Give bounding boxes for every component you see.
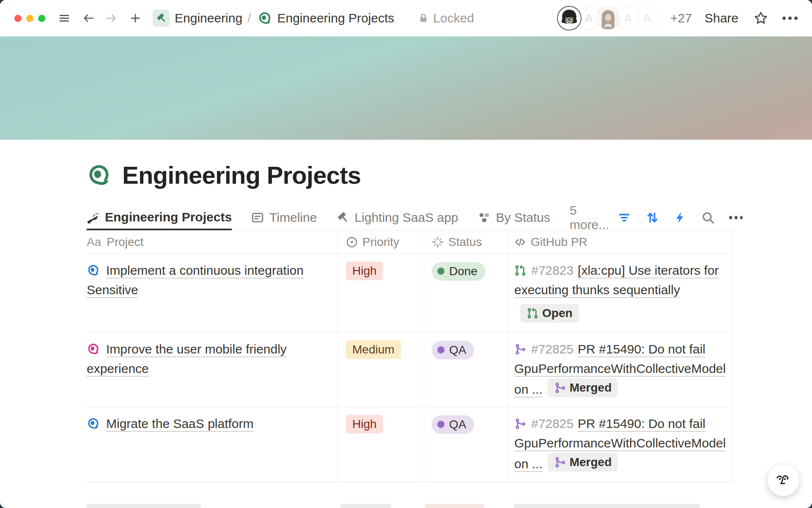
notion-ai-button[interactable] — [767, 464, 799, 496]
project-cell[interactable]: Improve the user mobile friendly experie… — [87, 333, 338, 407]
tab-timeline[interactable]: Timeline — [251, 205, 317, 230]
column-header-github-pr[interactable]: GitHub PR — [508, 230, 733, 254]
more-options-icon[interactable] — [782, 17, 798, 20]
traffic-lights — [14, 15, 45, 22]
tab-lighting-saas-app[interactable]: Lighting SaaS app — [336, 205, 458, 230]
avatar-letter: A — [624, 12, 631, 25]
zoom-window-button[interactable] — [38, 15, 45, 22]
column-label: Status — [448, 235, 482, 249]
forward-button[interactable] — [105, 12, 118, 25]
project-cell[interactable]: Implement a continuous integration Sensi… — [87, 254, 338, 332]
new-page-button[interactable] — [129, 12, 142, 25]
project-link[interactable]: Implement a continuous integration Sensi… — [87, 263, 304, 297]
git-merge-icon — [514, 418, 526, 430]
avatar[interactable] — [557, 6, 582, 30]
share-button[interactable]: Share — [705, 11, 738, 25]
priority-tag: High — [346, 262, 383, 280]
avatar-letter: A — [643, 12, 650, 25]
collaborator-avatars[interactable]: A A A — [557, 6, 659, 30]
automation-lightning-icon[interactable] — [673, 211, 687, 224]
priority-cell[interactable]: High — [338, 407, 424, 482]
text-type-icon: Aa — [87, 235, 101, 249]
pr-number: #72825 — [531, 342, 573, 356]
status-cell[interactable]: Done — [424, 254, 508, 332]
pr-number: #72825 — [531, 417, 573, 431]
status-label: QA — [449, 417, 466, 433]
status-tag: QA — [432, 415, 474, 434]
pr-state-label: Merged — [570, 379, 612, 396]
column-header-priority[interactable]: Priority — [338, 230, 424, 254]
page-cover-image[interactable] — [0, 36, 812, 140]
locked-label: Locked — [433, 11, 474, 25]
project-link[interactable]: Improve the user mobile friendly experie… — [87, 342, 287, 375]
project-cell[interactable]: Migrate the SaaS platform — [87, 407, 338, 482]
close-window-button[interactable] — [14, 15, 22, 22]
column-header-status[interactable]: Status — [424, 230, 508, 254]
board-icon — [478, 211, 491, 224]
status-burst-icon — [432, 236, 444, 248]
tab-by-status[interactable]: By Status — [478, 205, 550, 230]
view-tabs: Engineering Projects Timeline Lighting S… — [87, 205, 733, 230]
pr-state-badge: Open — [520, 304, 579, 323]
status-cell[interactable]: QA — [424, 333, 508, 407]
github-pr-cell[interactable]: #72825PR #15490: Do not fail GpuPerforma… — [508, 407, 733, 482]
breadcrumb: Engineering / Engineering Projects — [153, 10, 394, 27]
table-body: Implement a continuous integration Sensi… — [87, 254, 733, 482]
partial-next-row — [87, 504, 733, 508]
pr-entry: #72825PR #15490: Do not fail GpuPerforma… — [514, 414, 732, 474]
tab-label: Lighting SaaS app — [354, 210, 458, 225]
git-pull-request-icon — [527, 307, 538, 319]
table-row: Improve the user mobile friendly experie… — [87, 333, 733, 407]
pr-state-label: Merged — [570, 454, 612, 471]
pr-state-badge: Merged — [548, 453, 618, 472]
priority-tag: High — [346, 415, 383, 433]
git-pull-request-icon — [514, 265, 526, 276]
priority-cell[interactable]: Medium — [338, 333, 424, 407]
pr-entry: #72824PR #14962: [ROCm] Fix an issue wit… — [514, 480, 732, 482]
back-button[interactable] — [82, 12, 94, 25]
git-merge-icon — [514, 343, 526, 355]
filter-icon[interactable] — [617, 211, 631, 224]
table-header: Aa Project Priority Status GitHub PR — [87, 230, 733, 254]
page-content: Engineering Projects Engineering Project… — [0, 161, 812, 482]
column-label: Priority — [362, 235, 399, 249]
status-dot — [437, 421, 444, 428]
wrench-icon — [87, 211, 99, 224]
hammer-icon[interactable] — [153, 10, 170, 27]
avatar-overflow-count[interactable]: +27 — [670, 11, 692, 25]
breadcrumb-current[interactable]: Engineering Projects — [277, 11, 394, 25]
lock-icon — [418, 13, 429, 24]
locked-indicator[interactable]: Locked — [418, 11, 474, 25]
status-tag: QA — [432, 341, 474, 359]
favorite-star-icon[interactable] — [754, 11, 768, 25]
page-icon[interactable] — [87, 163, 111, 188]
project-link[interactable]: Migrate the SaaS platform — [106, 417, 254, 431]
status-cell[interactable]: QA — [424, 407, 508, 482]
sort-icon[interactable] — [645, 211, 659, 224]
window-toolbar: Engineering / Engineering Projects Locke… — [0, 0, 812, 36]
project-page-icon — [87, 342, 100, 356]
project-page-icon — [87, 417, 100, 430]
priority-cell[interactable]: High — [338, 254, 424, 332]
more-views-button[interactable]: 5 more... — [570, 205, 609, 230]
tab-label: Timeline — [269, 210, 317, 225]
breadcrumb-parent[interactable]: Engineering — [175, 11, 242, 25]
github-pr-cell[interactable]: #72825PR #15490: Do not fail GpuPerforma… — [508, 333, 733, 407]
sidebar-toggle-icon[interactable] — [58, 12, 71, 25]
github-pr-cell[interactable]: #72823[xla:cpu] Use iterators for execut… — [508, 254, 733, 332]
hammer-icon — [336, 211, 349, 224]
project-database-icon — [258, 11, 272, 25]
pr-state-badge: Merged — [548, 378, 618, 397]
view-options-icon[interactable] — [729, 211, 743, 224]
column-label: GitHub PR — [531, 235, 587, 249]
select-icon — [346, 236, 358, 248]
column-header-project[interactable]: Aa Project — [87, 230, 338, 254]
pr-number: #72823 — [531, 263, 573, 277]
git-merge-icon — [554, 382, 566, 394]
ai-face-icon — [774, 471, 793, 489]
minimize-window-button[interactable] — [26, 15, 33, 22]
code-icon — [514, 236, 526, 248]
tab-engineering-projects[interactable]: Engineering Projects — [87, 205, 232, 230]
search-icon[interactable] — [701, 211, 715, 224]
page-title: Engineering Projects — [122, 161, 361, 189]
